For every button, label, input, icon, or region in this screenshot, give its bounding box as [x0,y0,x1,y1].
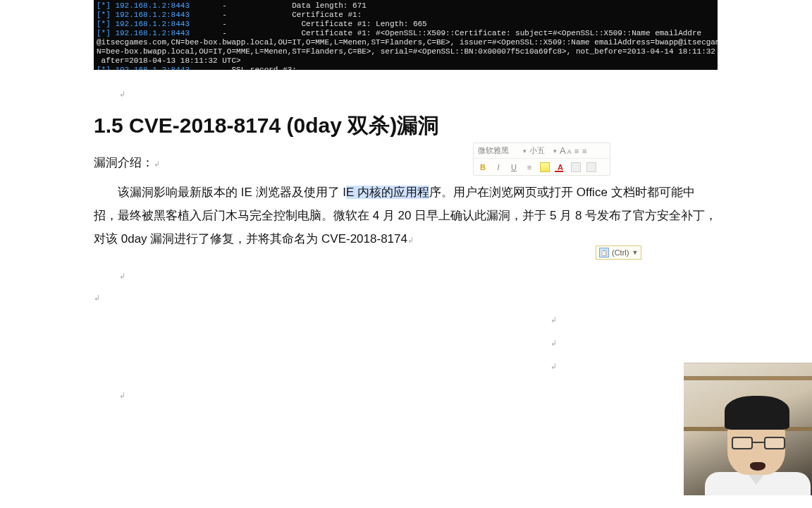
blank-lines: ↲ ↲ [94,272,718,303]
format-painter-button[interactable] [571,162,581,172]
dropdown-icon[interactable]: ▾ [523,147,527,155]
font-size-select[interactable]: 小五 [529,145,550,156]
blank-lines-center: ↲ ↲ ↲ [94,315,718,371]
terminal-cert-wrap: @itsecgames.com,CN=bee-box.bwapp.local,O… [97,38,718,65]
paste-icon: 📋 [599,248,609,258]
paste-options-label: (Ctrl) [612,248,629,257]
subheading: 漏洞介绍：↲ [94,155,718,171]
grow-shrink-font[interactable]: A A [560,145,572,156]
terminal-host: [*] 192.168.1.2:8443 [97,11,190,19]
paragraph-mark: ↲ [119,90,718,99]
highlight-button[interactable] [540,162,550,172]
paste-options-tag[interactable]: 📋 (Ctrl) ▼ [596,246,641,260]
terminal-host: [*] 192.168.1.2:8443 [97,29,190,37]
text-selection: E 内核的应用程 [346,186,429,199]
dropdown-icon[interactable]: ▾ [553,147,557,155]
terminal-output: [*] 192.168.1.2:8443 - Data length: 671 … [94,0,718,70]
terminal-host: [*] 192.168.1.2:8443 [97,20,190,28]
floating-mini-toolbar[interactable]: 微软雅黑▾ 小五▾ A A ≡ ≡ B I U ≡ A [473,143,610,176]
section-heading: 1.5 CVE-2018-8174 (0day 双杀)漏洞 [94,111,718,140]
font-color-button[interactable]: A [555,163,565,171]
italic-button[interactable]: I [493,163,503,171]
styles-button[interactable] [586,162,596,172]
underline-button[interactable]: U [509,163,519,171]
chevron-down-icon[interactable]: ▼ [632,249,638,256]
document-body: ↲ 1.5 CVE-2018-8174 (0day 双杀)漏洞 漏洞介绍：↲ 该… [94,70,718,413]
decrease-indent-button[interactable]: ≡ [574,147,579,155]
increase-indent-button[interactable]: ≡ [582,147,587,155]
terminal-host: [*] 192.168.1.2:8443 [97,1,190,10]
webcam-overlay [684,363,812,495]
bold-button[interactable]: B [478,163,488,171]
blank-line-left: ↲ [94,391,718,400]
body-paragraph[interactable]: 该漏洞影响最新版本的 IE 浏览器及使用了 IE 内核的应用程序。用户在浏览网页… [94,181,718,252]
font-name-select[interactable]: 微软雅黑 [478,145,520,156]
align-button[interactable]: ≡ [524,163,534,171]
